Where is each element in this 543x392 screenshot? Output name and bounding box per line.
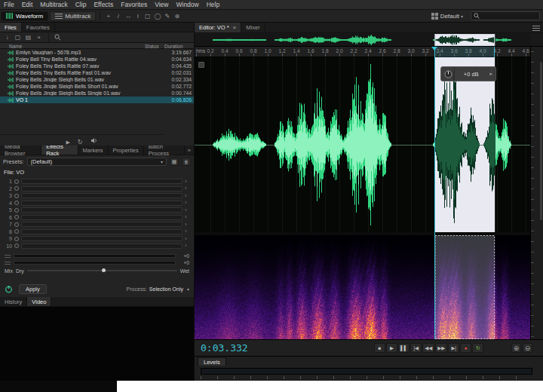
panel-tab[interactable]: History [0,297,27,306]
slot-arrow-icon[interactable] [185,200,191,206]
spot-healing-brush-tool-icon[interactable]: ⊕ [172,11,182,21]
effect-slot[interactable]: 7 [3,221,191,228]
slip-tool-icon[interactable]: ↔ [123,11,133,21]
volume-hud[interactable]: +0 dB [440,66,496,81]
spectrogram-display[interactable] [195,235,530,339]
record-button[interactable]: ● [460,343,471,353]
file-row[interactable]: Emlyn Vaughan - 5678.mp3 3:19.667 [0,49,194,56]
slot-power-toggle[interactable] [14,208,19,213]
slot-power-toggle[interactable] [14,194,19,198]
file-row[interactable]: Foley Bells Tiny Bells Rattle 07.wav 0:0… [0,63,194,69]
paintbrush-selection-tool-icon[interactable]: ✎ [162,11,172,21]
rack-power-icon[interactable] [5,285,13,293]
mix-slider[interactable] [27,270,177,271]
file-row[interactable]: Foley Bell Tiny Bells Rattle 04.wav 0:04… [0,56,194,63]
menu-item[interactable]: Window [172,1,202,8]
tab-overflow-icon[interactable] [185,145,194,155]
delete-preset-icon[interactable] [182,158,191,166]
file-row[interactable]: Foley Bells Jingle Sleigh Bells Single 0… [0,90,194,96]
slot-effect-field[interactable] [21,207,183,213]
move-tool-icon[interactable]: + [103,11,113,21]
marquee-selection-tool-icon[interactable]: ▢ [143,11,152,21]
skip-to-start-button[interactable]: |◀ [410,343,422,353]
slot-arrow-icon[interactable] [185,228,191,234]
apply-button[interactable]: Apply [19,284,47,294]
slot-effect-field[interactable] [21,236,183,241]
effect-slot[interactable]: 8 [3,228,191,235]
slot-arrow-icon[interactable] [185,185,191,191]
panel-tab[interactable]: Favorites [22,23,55,32]
effect-slot[interactable]: 4 [3,200,191,207]
slot-arrow-icon[interactable] [185,193,191,199]
menu-item[interactable]: Effects [90,1,117,8]
play-button[interactable]: ▶ [386,343,397,353]
insert-to-multitrack-icon[interactable] [24,34,32,41]
slot-effect-field[interactable] [21,179,183,184]
channel-badge[interactable] [198,62,204,68]
multitrack-view-button[interactable]: Multitrack [50,11,96,21]
tab-close-icon[interactable] [233,24,237,31]
waveform-display[interactable] [195,57,530,232]
slot-power-toggle[interactable] [14,201,19,205]
timeline-ruler[interactable]: hms 0.2 0.4 0.6 0.8 1.0 1.2 1.4 1.6 1.8 … [195,47,530,57]
stop-button[interactable]: ■ [374,343,385,353]
panel-tab[interactable]: Batch Process [144,145,185,155]
editor-tab[interactable]: Editor: VO * [195,23,241,32]
preview-volume-icon[interactable] [90,137,98,144]
slot-arrow-icon[interactable] [185,222,191,228]
slot-power-toggle[interactable] [14,179,19,184]
slot-power-toggle[interactable] [14,237,19,241]
search-input[interactable] [481,14,537,19]
panel-tab[interactable]: Video [27,297,51,306]
effect-slot[interactable]: 3 [3,192,191,199]
slot-arrow-icon[interactable] [185,179,191,185]
column-duration[interactable]: Duration [164,44,183,49]
column-status[interactable]: Status [145,44,158,49]
menu-item[interactable]: Edit [18,1,37,8]
open-file-icon[interactable] [14,34,22,41]
levels-tab[interactable]: Levels [198,357,226,366]
mix-slider-thumb[interactable] [102,268,106,272]
delete-file-icon[interactable] [35,34,43,41]
fast-forward-button[interactable]: ▶▶ [435,343,447,353]
slot-effect-field[interactable] [21,186,183,191]
file-row[interactable]: Foley Bells Jingle Sleigh Bells Short 01… [0,83,194,90]
workspace-switcher[interactable]: Default [428,13,466,20]
effect-slot[interactable]: 9 [3,235,191,242]
files-column-header[interactable]: Name Status Duration [0,42,194,49]
slot-arrow-icon[interactable] [185,236,191,242]
preview-play-icon[interactable] [66,133,69,145]
editor-tab[interactable]: Mixer [241,23,265,32]
preset-select[interactable]: (Default) [27,158,167,166]
slot-effect-field[interactable] [21,243,183,249]
file-row[interactable]: Foley Bells Tiny Bells Rattle Fast 01.wa… [0,69,194,76]
panel-tab[interactable]: Properties [109,145,144,155]
loop-playback-button[interactable]: ↻ [472,343,483,353]
waveform-view-button[interactable]: Waveform [1,11,48,21]
process-select[interactable]: Process: Selection Only [127,286,189,292]
lasso-selection-tool-icon[interactable]: ◯ [152,11,162,21]
panel-tab[interactable]: Effects Rack [41,145,78,155]
effect-slot[interactable]: 2 [3,185,191,192]
file-row[interactable]: Foley Bells Jingle Sleigh Bells 01.wav 0… [0,76,194,83]
effect-slot[interactable]: 5 [3,207,191,213]
slot-power-toggle[interactable] [14,229,19,234]
panel-tab[interactable]: Files [0,23,22,32]
pause-button[interactable]: ▌▌ [398,343,410,353]
slot-effect-field[interactable] [21,222,183,227]
panel-tab[interactable]: Media Browser [0,145,41,155]
search-files-icon[interactable] [54,34,61,41]
slot-power-toggle[interactable] [14,215,19,219]
volume-knob-icon[interactable] [444,70,452,78]
time-selection-tool-icon[interactable]: I [133,11,143,21]
overview-strip[interactable] [195,33,543,47]
slot-power-toggle[interactable] [14,186,19,191]
slot-arrow-icon[interactable] [185,243,191,249]
zoom-in-icon[interactable] [511,343,521,353]
import-file-icon[interactable] [3,34,11,41]
razor-tool-icon[interactable]: / [113,11,123,21]
effect-slot[interactable]: 1 [3,178,191,185]
slot-power-toggle[interactable] [14,222,19,227]
rewind-button[interactable]: ◀◀ [422,343,434,353]
slot-effect-field[interactable] [21,201,183,206]
